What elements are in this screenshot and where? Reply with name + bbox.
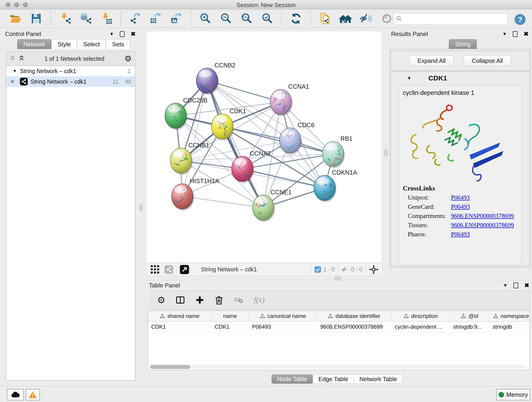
table-options-gear-icon[interactable]: ⚙ <box>157 295 165 305</box>
column-header-description[interactable]: description <box>392 311 450 321</box>
tab-string[interactable]: String <box>449 39 477 49</box>
node-label: CDKN1A <box>332 169 357 176</box>
help-icon[interactable]: ? <box>514 13 526 26</box>
tab-edge-table[interactable]: Edge Table <box>313 375 354 384</box>
open-session-icon[interactable] <box>9 12 22 25</box>
column-header-database-identifier[interactable]: database identifier <box>317 311 392 321</box>
svg-text:?: ? <box>518 15 522 24</box>
collapse-panel-icon[interactable]: ▼ <box>109 32 114 37</box>
fit-selected-crosshair-icon[interactable] <box>369 265 378 274</box>
network-canvas[interactable]: CCNB2CCNA1CDC25BCDK1CDC6RB1CCNB1CCNA2CDK… <box>146 31 382 263</box>
crosslink-label: Pharos: <box>408 231 451 238</box>
table-panel-divider <box>146 280 532 280</box>
network-node-CCNB2[interactable]: CCNB2 <box>196 62 235 95</box>
network-node-CDC25B[interactable]: CDC25B <box>165 97 208 130</box>
string-view-gray-icon[interactable] <box>165 265 173 274</box>
zoom-selected-icon[interactable] <box>261 12 273 25</box>
network-view-toolbar: String Network – cdk1 1 - 0 0 - 0 <box>146 263 382 276</box>
share-document-icon[interactable] <box>318 12 331 25</box>
tree-expander-icon[interactable]: ▼ <box>13 69 17 74</box>
save-session-icon[interactable] <box>30 12 43 25</box>
tab-style[interactable]: Style <box>51 39 77 49</box>
birdseye-view-icon[interactable] <box>180 265 189 274</box>
search-box <box>393 13 508 25</box>
collapse-results-icon[interactable]: ▼ <box>502 32 507 37</box>
network-options-gear-icon[interactable]: ⚙ <box>124 55 132 63</box>
right-splitter-handle[interactable] <box>384 149 388 156</box>
tab-network-table[interactable]: Network Table <box>354 375 403 384</box>
tab-node-table[interactable]: Node Table <box>272 375 313 384</box>
left-splitter-handle[interactable] <box>139 204 143 211</box>
crosslink-link[interactable]: P06493 <box>451 203 470 211</box>
tab-sets[interactable]: Sets <box>106 39 130 49</box>
crosslink-link[interactable]: P06493 <box>451 194 470 201</box>
export-image-icon[interactable] <box>170 12 183 25</box>
cloud-button[interactable] <box>7 389 24 400</box>
network-node-HIST1H1A[interactable]: HIST1H1A <box>172 178 219 211</box>
search-input[interactable] <box>403 16 507 22</box>
show-columns-icon[interactable] <box>176 295 185 305</box>
zoom-fit-icon[interactable] <box>240 12 253 25</box>
table-scrollbar-thumb[interactable] <box>150 365 190 369</box>
float-results-icon[interactable] <box>513 31 518 37</box>
column-header-namespace[interactable]: namespace <box>489 311 530 321</box>
gene-section-header[interactable]: ▼ CDK1 <box>391 72 530 85</box>
control-panel-title: Control Panel <box>5 31 41 38</box>
float-table-panel-icon[interactable] <box>513 283 518 288</box>
table-row[interactable]: CDK1CDK1P064939606.ENSP00000378699cyclin… <box>148 322 530 332</box>
node-label: CCNA1 <box>288 83 309 90</box>
gene-expander-icon[interactable]: ▼ <box>407 76 412 81</box>
column-header--id[interactable]: @id <box>450 311 489 321</box>
export-network-icon[interactable] <box>129 12 142 25</box>
horizontal-splitter-handle[interactable] <box>335 277 341 280</box>
network-node-CCNA1[interactable]: CCNA1 <box>270 83 309 116</box>
collapse-all-button[interactable]: Collapse All <box>464 56 511 66</box>
import-network-icon[interactable] <box>59 12 71 25</box>
network-row-selected[interactable]: String Network – cdk1 11 48 <box>6 76 135 87</box>
import-database-icon[interactable] <box>79 12 92 25</box>
crosslink-link[interactable]: 9606.ENSP00000378699 <box>451 222 514 229</box>
network-node-CDC6[interactable]: CDC6 <box>279 122 315 155</box>
tab-select[interactable]: Select <box>77 39 106 49</box>
eye-gray-icon[interactable] <box>380 12 393 25</box>
zoom-out-icon[interactable] <box>220 12 232 25</box>
collapse-all-networks-icon[interactable] <box>19 55 25 62</box>
network-node-RB1[interactable]: RB1 <box>322 135 353 168</box>
gene-symbol: CDK1 <box>428 74 447 82</box>
crosslink-link[interactable]: P06493 <box>451 231 470 238</box>
delete-column-trash-icon[interactable] <box>215 295 224 305</box>
zoom-in-icon[interactable] <box>199 12 212 25</box>
close-table-panel-icon[interactable]: ✖ <box>524 282 529 289</box>
refresh-icon[interactable] <box>290 12 302 25</box>
search-magnifier-icon <box>396 15 403 23</box>
table-panel-title: Table Panel <box>149 282 180 289</box>
close-panel-icon[interactable]: ✖ <box>131 31 136 38</box>
import-table-icon[interactable] <box>100 12 113 25</box>
column-header-name[interactable]: name <box>211 311 249 321</box>
expand-all-button[interactable]: Expand All <box>409 56 454 66</box>
crosslink-link[interactable]: 9606.ENSP00000378699 <box>451 212 514 220</box>
grid-view-icon[interactable] <box>151 265 159 274</box>
float-panel-icon[interactable] <box>120 31 125 37</box>
hide-eye-icon[interactable] <box>360 12 373 25</box>
selected-checkbox-icon[interactable] <box>315 266 321 273</box>
network-collection-row[interactable]: ▼ String Network – cdk1 1 <box>6 66 135 76</box>
network-node-CCNE1[interactable]: CCNE1 <box>253 189 292 222</box>
table-body: CDK1CDK1P064939606.ENSP00000378699cyclin… <box>148 322 530 332</box>
close-results-icon[interactable]: ✖ <box>524 31 529 38</box>
network-node-CDK1[interactable]: CDK1 <box>211 108 246 141</box>
column-header-canonical-name[interactable]: canonical name <box>249 311 317 321</box>
memory-button[interactable]: Memory <box>496 389 530 400</box>
edge-count: 48 <box>125 78 131 85</box>
warning-button[interactable] <box>26 389 40 400</box>
expand-all-networks-icon[interactable] <box>9 55 15 62</box>
homes-icon[interactable] <box>339 12 352 25</box>
tab-network[interactable]: Network <box>17 39 51 49</box>
collapse-table-panel-icon[interactable]: ▼ <box>503 283 507 288</box>
export-table-icon[interactable] <box>149 12 162 25</box>
add-column-plus-icon[interactable] <box>195 295 204 305</box>
hidden-eye-icon[interactable] <box>341 266 349 273</box>
gene-section: ▼ CDK1 cyclin-dependent kinase 1 <box>391 71 530 266</box>
column-header-shared-name[interactable]: shared name <box>148 311 211 321</box>
network-node-CDKN1A[interactable]: CDKN1A <box>314 169 357 202</box>
